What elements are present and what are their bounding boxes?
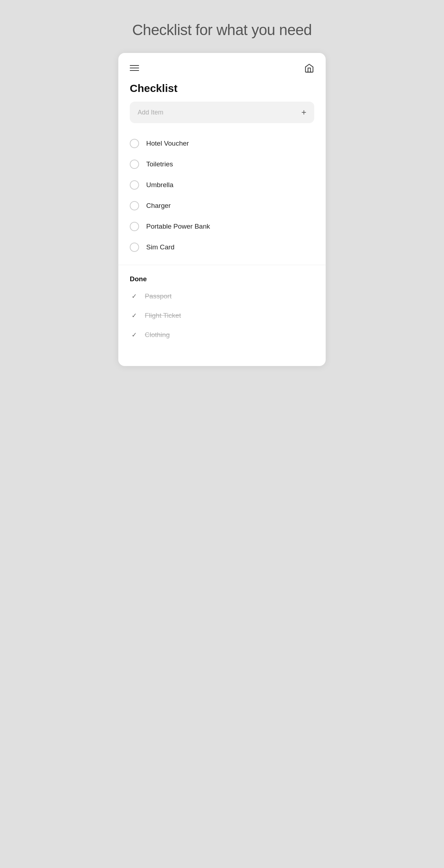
checkmark-icon: ✓ — [130, 312, 138, 320]
card-title-area: Checklist — [118, 79, 326, 102]
checkmark-icon: ✓ — [130, 331, 138, 339]
checklist-card: Checklist Add Item + Hotel VoucherToilet… — [118, 53, 326, 366]
item-label: Hotel Voucher — [146, 140, 189, 147]
add-item-bar[interactable]: Add Item + — [130, 102, 314, 123]
checklist-item: Sim Card — [130, 237, 314, 258]
done-item-label: Flight Ticket — [145, 312, 181, 320]
done-section: Done ✓Passport✓Flight Ticket✓Clothing — [118, 265, 326, 345]
item-label: Charger — [146, 202, 171, 210]
add-item-placeholder: Add Item — [138, 109, 163, 116]
checklist-title: Checklist — [130, 82, 314, 94]
radio-circle[interactable] — [130, 243, 139, 252]
page-title: Checklist for what you need — [132, 21, 312, 39]
done-item: ✓Passport — [130, 287, 314, 306]
done-items: ✓Passport✓Flight Ticket✓Clothing — [130, 287, 314, 345]
checklist-item: Portable Power Bank — [130, 216, 314, 237]
done-item: ✓Flight Ticket — [130, 306, 314, 325]
card-header — [118, 53, 326, 79]
checklist-item: Hotel Voucher — [130, 133, 314, 154]
radio-circle[interactable] — [130, 180, 139, 190]
radio-circle[interactable] — [130, 222, 139, 231]
radio-circle[interactable] — [130, 139, 139, 148]
menu-icon[interactable] — [130, 65, 139, 71]
done-item-label: Clothing — [145, 331, 170, 339]
done-item-label: Passport — [145, 292, 172, 300]
done-item: ✓Clothing — [130, 325, 314, 345]
radio-circle[interactable] — [130, 201, 139, 210]
home-icon[interactable] — [304, 63, 314, 73]
item-label: Portable Power Bank — [146, 223, 210, 230]
checkmark-icon: ✓ — [130, 292, 138, 300]
done-title: Done — [130, 275, 314, 283]
plus-icon: + — [301, 108, 306, 117]
radio-circle[interactable] — [130, 160, 139, 169]
checklist-item: Toiletries — [130, 154, 314, 175]
checklist-items: Hotel VoucherToiletriesUmbrellaChargerPo… — [118, 133, 326, 258]
checklist-item: Charger — [130, 195, 314, 216]
item-label: Toiletries — [146, 160, 173, 168]
checklist-item: Umbrella — [130, 175, 314, 195]
item-label: Sim Card — [146, 243, 174, 251]
item-label: Umbrella — [146, 181, 173, 189]
